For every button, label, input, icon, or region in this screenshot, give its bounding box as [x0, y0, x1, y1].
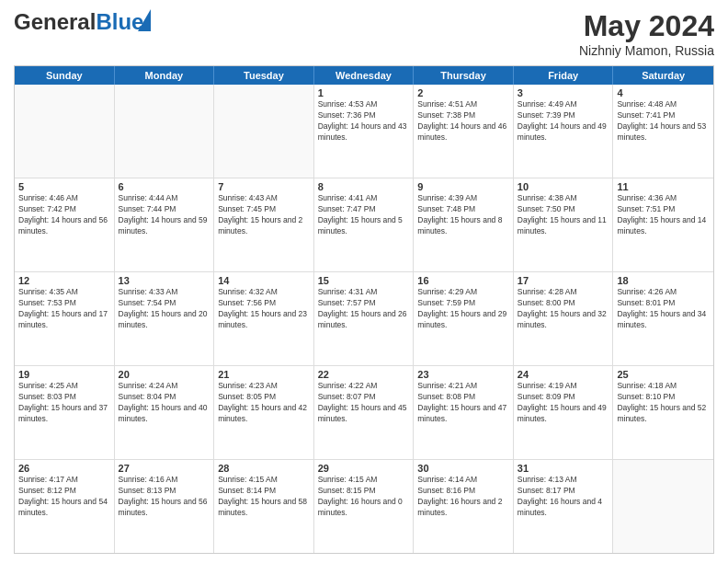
- day-number: 8: [318, 181, 410, 192]
- day-cell-1: 1Sunrise: 4:53 AM Sunset: 7:36 PM Daylig…: [314, 85, 415, 178]
- day-info: Sunrise: 4:18 AM Sunset: 8:10 PM Dayligh…: [617, 381, 710, 425]
- day-info: Sunrise: 4:25 AM Sunset: 8:03 PM Dayligh…: [18, 381, 110, 425]
- subtitle: Nizhniy Mamon, Russia: [579, 43, 714, 58]
- day-number: 11: [617, 181, 710, 192]
- title-block: May 2024 Nizhniy Mamon, Russia: [579, 9, 714, 58]
- day-number: 16: [417, 275, 509, 286]
- day-number: 27: [119, 463, 210, 474]
- day-info: Sunrise: 4:38 AM Sunset: 7:50 PM Dayligh…: [518, 193, 609, 237]
- header-day-monday: Monday: [115, 66, 215, 85]
- day-info: Sunrise: 4:21 AM Sunset: 8:08 PM Dayligh…: [417, 381, 509, 425]
- day-cell-7: 7Sunrise: 4:43 AM Sunset: 7:45 PM Daylig…: [214, 178, 314, 271]
- day-number: 28: [218, 463, 310, 474]
- main-title: May 2024: [579, 9, 714, 43]
- header: GeneralBlue May 2024 Nizhniy Mamon, Russ…: [14, 9, 714, 58]
- day-cell-27: 27Sunrise: 4:16 AM Sunset: 8:13 PM Dayli…: [115, 460, 215, 553]
- day-number: 5: [18, 181, 110, 192]
- day-cell-31: 31Sunrise: 4:13 AM Sunset: 8:17 PM Dayli…: [514, 460, 614, 553]
- day-number: 29: [318, 463, 410, 474]
- calendar-header: SundayMondayTuesdayWednesdayThursdayFrid…: [15, 66, 713, 85]
- day-number: 9: [417, 181, 509, 192]
- day-info: Sunrise: 4:49 AM Sunset: 7:39 PM Dayligh…: [518, 99, 609, 144]
- day-number: 22: [318, 369, 410, 380]
- day-cell-13: 13Sunrise: 4:33 AM Sunset: 7:54 PM Dayli…: [115, 272, 215, 365]
- day-info: Sunrise: 4:46 AM Sunset: 7:42 PM Dayligh…: [18, 193, 110, 237]
- header-day-tuesday: Tuesday: [214, 66, 314, 85]
- day-info: Sunrise: 4:15 AM Sunset: 8:14 PM Dayligh…: [218, 475, 310, 519]
- day-cell-empty: [15, 85, 115, 178]
- day-info: Sunrise: 4:28 AM Sunset: 8:00 PM Dayligh…: [518, 287, 609, 331]
- day-info: Sunrise: 4:35 AM Sunset: 7:53 PM Dayligh…: [18, 287, 110, 331]
- day-number: 31: [518, 463, 609, 474]
- day-info: Sunrise: 4:24 AM Sunset: 8:04 PM Dayligh…: [119, 381, 210, 425]
- day-cell-11: 11Sunrise: 4:36 AM Sunset: 7:51 PM Dayli…: [613, 178, 713, 271]
- page: GeneralBlue May 2024 Nizhniy Mamon, Russ…: [0, 0, 728, 563]
- day-cell-8: 8Sunrise: 4:41 AM Sunset: 7:47 PM Daylig…: [314, 178, 415, 271]
- day-cell-22: 22Sunrise: 4:22 AM Sunset: 8:07 PM Dayli…: [314, 366, 415, 459]
- day-info: Sunrise: 4:16 AM Sunset: 8:13 PM Dayligh…: [119, 475, 210, 519]
- day-info: Sunrise: 4:33 AM Sunset: 7:54 PM Dayligh…: [119, 287, 210, 331]
- day-cell-25: 25Sunrise: 4:18 AM Sunset: 8:10 PM Dayli…: [613, 366, 713, 459]
- day-number: 3: [518, 87, 609, 98]
- day-cell-19: 19Sunrise: 4:25 AM Sunset: 8:03 PM Dayli…: [15, 366, 115, 459]
- day-number: 10: [518, 181, 609, 192]
- day-info: Sunrise: 4:39 AM Sunset: 7:48 PM Dayligh…: [417, 193, 509, 237]
- day-number: 19: [18, 369, 110, 380]
- header-day-thursday: Thursday: [414, 66, 514, 85]
- day-cell-empty: [613, 460, 713, 553]
- day-number: 21: [218, 369, 310, 380]
- week-row-2: 12Sunrise: 4:35 AM Sunset: 7:53 PM Dayli…: [15, 272, 713, 366]
- logo-blue-text: Blue: [96, 9, 143, 34]
- day-cell-12: 12Sunrise: 4:35 AM Sunset: 7:53 PM Dayli…: [15, 272, 115, 365]
- day-info: Sunrise: 4:22 AM Sunset: 8:07 PM Dayligh…: [318, 381, 410, 425]
- header-day-saturday: Saturday: [613, 66, 713, 85]
- day-cell-10: 10Sunrise: 4:38 AM Sunset: 7:50 PM Dayli…: [514, 178, 614, 271]
- day-info: Sunrise: 4:13 AM Sunset: 8:17 PM Dayligh…: [518, 475, 609, 519]
- day-number: 18: [617, 275, 710, 286]
- day-cell-26: 26Sunrise: 4:17 AM Sunset: 8:12 PM Dayli…: [15, 460, 115, 553]
- week-row-0: 1Sunrise: 4:53 AM Sunset: 7:36 PM Daylig…: [15, 85, 713, 178]
- day-number: 23: [417, 369, 509, 380]
- header-day-friday: Friday: [514, 66, 614, 85]
- day-number: 30: [417, 463, 509, 474]
- week-row-1: 5Sunrise: 4:46 AM Sunset: 7:42 PM Daylig…: [15, 178, 713, 272]
- day-number: 26: [18, 463, 110, 474]
- day-info: Sunrise: 4:44 AM Sunset: 7:44 PM Dayligh…: [119, 193, 210, 237]
- day-number: 7: [218, 181, 310, 192]
- day-number: 24: [518, 369, 609, 380]
- day-info: Sunrise: 4:48 AM Sunset: 7:41 PM Dayligh…: [617, 99, 710, 144]
- day-cell-15: 15Sunrise: 4:31 AM Sunset: 7:57 PM Dayli…: [314, 272, 415, 365]
- day-cell-empty: [115, 85, 215, 178]
- day-info: Sunrise: 4:15 AM Sunset: 8:15 PM Dayligh…: [318, 475, 410, 519]
- day-info: Sunrise: 4:31 AM Sunset: 7:57 PM Dayligh…: [318, 287, 410, 331]
- calendar-body: 1Sunrise: 4:53 AM Sunset: 7:36 PM Daylig…: [15, 85, 713, 553]
- day-info: Sunrise: 4:26 AM Sunset: 8:01 PM Dayligh…: [617, 287, 710, 331]
- header-day-sunday: Sunday: [15, 66, 115, 85]
- day-number: 14: [218, 275, 310, 286]
- day-number: 4: [617, 87, 710, 98]
- day-cell-5: 5Sunrise: 4:46 AM Sunset: 7:42 PM Daylig…: [15, 178, 115, 271]
- day-info: Sunrise: 4:19 AM Sunset: 8:09 PM Dayligh…: [518, 381, 609, 425]
- day-cell-2: 2Sunrise: 4:51 AM Sunset: 7:38 PM Daylig…: [414, 85, 514, 178]
- header-day-wednesday: Wednesday: [314, 66, 415, 85]
- day-cell-20: 20Sunrise: 4:24 AM Sunset: 8:04 PM Dayli…: [115, 366, 215, 459]
- day-cell-4: 4Sunrise: 4:48 AM Sunset: 7:41 PM Daylig…: [613, 85, 713, 178]
- day-number: 2: [417, 87, 509, 98]
- week-row-3: 19Sunrise: 4:25 AM Sunset: 8:03 PM Dayli…: [15, 366, 713, 460]
- logo-general: General: [14, 9, 96, 34]
- day-cell-6: 6Sunrise: 4:44 AM Sunset: 7:44 PM Daylig…: [115, 178, 215, 271]
- day-cell-21: 21Sunrise: 4:23 AM Sunset: 8:05 PM Dayli…: [214, 366, 314, 459]
- day-info: Sunrise: 4:23 AM Sunset: 8:05 PM Dayligh…: [218, 381, 310, 425]
- calendar: SundayMondayTuesdayWednesdayThursdayFrid…: [14, 65, 714, 554]
- day-number: 1: [318, 87, 410, 98]
- day-cell-9: 9Sunrise: 4:39 AM Sunset: 7:48 PM Daylig…: [414, 178, 514, 271]
- day-cell-18: 18Sunrise: 4:26 AM Sunset: 8:01 PM Dayli…: [613, 272, 713, 365]
- day-number: 12: [18, 275, 110, 286]
- day-info: Sunrise: 4:32 AM Sunset: 7:56 PM Dayligh…: [218, 287, 310, 331]
- day-cell-empty: [214, 85, 314, 178]
- day-cell-24: 24Sunrise: 4:19 AM Sunset: 8:09 PM Dayli…: [514, 366, 614, 459]
- day-cell-30: 30Sunrise: 4:14 AM Sunset: 8:16 PM Dayli…: [414, 460, 514, 553]
- day-cell-16: 16Sunrise: 4:29 AM Sunset: 7:59 PM Dayli…: [414, 272, 514, 365]
- day-info: Sunrise: 4:51 AM Sunset: 7:38 PM Dayligh…: [417, 99, 509, 144]
- day-cell-3: 3Sunrise: 4:49 AM Sunset: 7:39 PM Daylig…: [514, 85, 614, 178]
